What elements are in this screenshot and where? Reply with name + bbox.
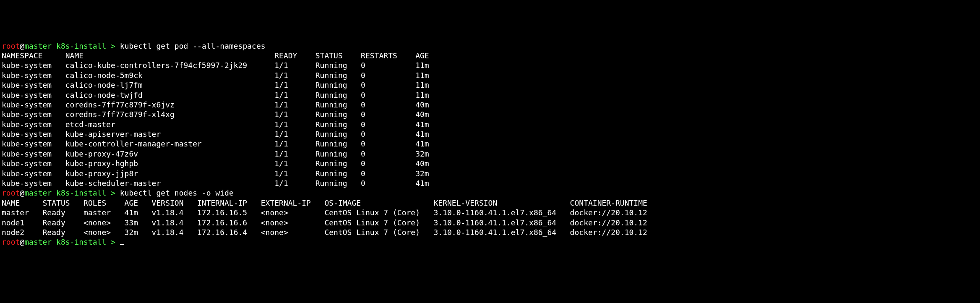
command-text: kubectl get nodes -o wide [120, 188, 234, 197]
pod-row: kube-system calico-kube-controllers-7f94… [2, 60, 978, 70]
node-row: node2 Ready <none> 32m v1.18.4 172.16.16… [2, 227, 978, 237]
pod-row: kube-system kube-proxy-47z6v 1/1 Running… [2, 149, 978, 159]
prompt-host: master [24, 42, 52, 50]
prompt-user: root [2, 188, 20, 197]
pod-row: kube-system kube-controller-manager-mast… [2, 139, 978, 149]
prompt-user: root [2, 238, 20, 246]
prompt-path: k8s-install [56, 238, 106, 246]
pod-row: kube-system kube-scheduler-master 1/1 Ru… [2, 178, 978, 188]
pod-row: kube-system calico-node-lj7fm 1/1 Runnin… [2, 80, 978, 90]
prompt-path: k8s-install [56, 188, 106, 197]
prompt-symbol: > [111, 238, 115, 246]
command-text: kubectl get pod --all-namespaces [120, 42, 266, 50]
prompt-at: @ [20, 238, 24, 246]
nodes-header: NAME STATUS ROLES AGE VERSION INTERNAL-I… [2, 198, 978, 208]
pod-row: kube-system kube-apiserver-master 1/1 Ru… [2, 129, 978, 139]
pod-row: kube-system etcd-master 1/1 Running 0 41… [2, 120, 978, 129]
node-row: node1 Ready <none> 33m v1.18.4 172.16.16… [2, 218, 978, 227]
node-row: master Ready master 41m v1.18.4 172.16.1… [2, 208, 978, 217]
pod-row: kube-system calico-node-5m9ck 1/1 Runnin… [2, 71, 978, 80]
prompt-line[interactable]: root@master k8s-install > kubectl get po… [2, 41, 978, 51]
cursor [120, 244, 124, 245]
prompt-symbol: > [111, 42, 115, 50]
pods-header: NAMESPACE NAME READY STATUS RESTARTS AGE [2, 51, 978, 60]
prompt-user: root [2, 42, 20, 50]
prompt-host: master [24, 238, 52, 246]
pod-row: kube-system kube-proxy-hghpb 1/1 Running… [2, 159, 978, 168]
prompt-host: master [24, 188, 52, 197]
prompt-at: @ [20, 42, 24, 50]
pod-row: kube-system calico-node-twjfd 1/1 Runnin… [2, 90, 978, 100]
pod-row: kube-system coredns-7ff77c879f-x6jvz 1/1… [2, 100, 978, 110]
prompt-symbol: > [111, 188, 115, 197]
pod-row: kube-system kube-proxy-jjp8r 1/1 Running… [2, 169, 978, 178]
pod-row: kube-system coredns-7ff77c879f-xl4xg 1/1… [2, 110, 978, 119]
prompt-path: k8s-install [56, 42, 106, 50]
prompt-line[interactable]: root@master k8s-install > kubectl get no… [2, 188, 978, 198]
terminal-output: root@master k8s-install > kubectl get po… [2, 41, 978, 247]
prompt-at: @ [20, 188, 24, 197]
prompt-line[interactable]: root@master k8s-install > [2, 237, 978, 247]
